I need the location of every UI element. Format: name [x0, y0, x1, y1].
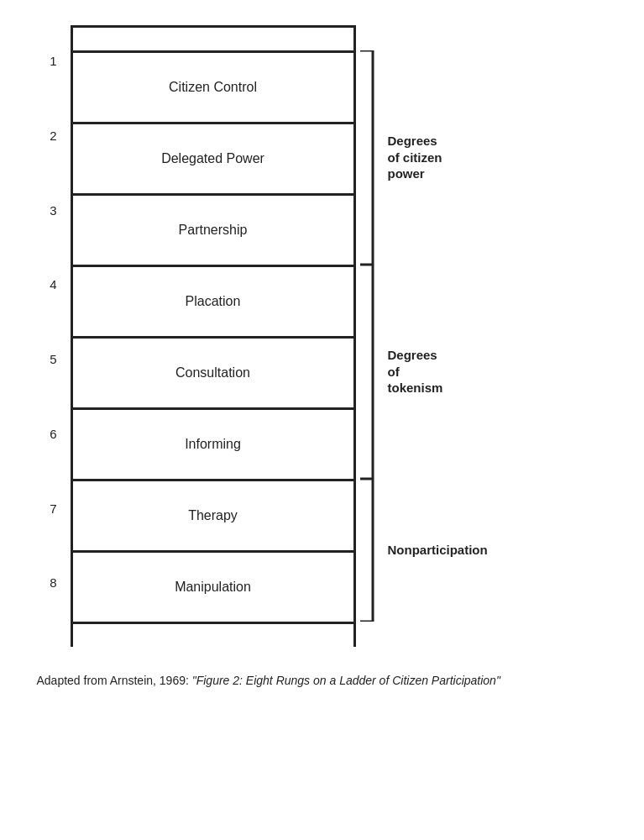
- caption-italic: "Figure 2: Eight Rungs on a Ladder of Ci…: [192, 674, 500, 687]
- rung-placation: Placation: [73, 265, 353, 336]
- bracket-tokenism: Degreesoftokenism: [356, 265, 443, 479]
- rung-number-4: 4: [37, 249, 71, 320]
- rung-numbers: 8 7 6 5 4 3 2 1: [37, 25, 71, 647]
- bracket-nonparticipation: Nonparticipation: [356, 479, 488, 622]
- rung-consultation: Consultation: [73, 336, 353, 407]
- caption-text: Adapted from Arnstein, 1969: "Figure 2: …: [37, 674, 500, 687]
- bracket-area: Degreesof citizenpower Degreesoftokenism: [356, 25, 591, 647]
- ladder-area: 8 7 6 5 4 3 2 1 Citizen Control Delegate…: [37, 25, 608, 647]
- ladder-top-line: [73, 25, 353, 50]
- bracket-citizen-power-svg: [356, 50, 381, 265]
- ladder-bottom-line: [73, 622, 353, 647]
- rung-citizen-control: Citizen Control: [73, 50, 353, 122]
- bracket-nonparticipation-svg: [356, 479, 381, 622]
- diagram-wrapper: 8 7 6 5 4 3 2 1 Citizen Control Delegate…: [17, 25, 627, 690]
- caption: Adapted from Arnstein, 1969: "Figure 2: …: [37, 672, 608, 690]
- rung-partnership: Partnership: [73, 193, 353, 265]
- tokenism-label: Degreesoftokenism: [388, 347, 443, 396]
- rung-informing: Informing: [73, 407, 353, 479]
- rung-number-3: 3: [37, 175, 71, 246]
- rung-number-8: 8: [37, 547, 71, 618]
- nonparticipation-label: Nonparticipation: [388, 542, 488, 559]
- rung-manipulation: Manipulation: [73, 550, 353, 622]
- citizen-power-label: Degreesof citizenpower: [388, 133, 442, 182]
- rung-number-2: 2: [37, 100, 71, 171]
- rung-number-6: 6: [37, 398, 71, 470]
- rung-number-5: 5: [37, 323, 71, 395]
- bracket-tokenism-svg: [356, 265, 381, 479]
- rung-number-top: [37, 622, 71, 647]
- ladder-frame: Citizen Control Delegated Power Partners…: [71, 25, 356, 647]
- rung-number-1: 1: [37, 25, 71, 97]
- bracket-citizen-power: Degreesof citizenpower: [356, 50, 442, 265]
- rung-therapy: Therapy: [73, 479, 353, 550]
- rung-number-7: 7: [37, 473, 71, 544]
- rung-delegated-power: Delegated Power: [73, 122, 353, 193]
